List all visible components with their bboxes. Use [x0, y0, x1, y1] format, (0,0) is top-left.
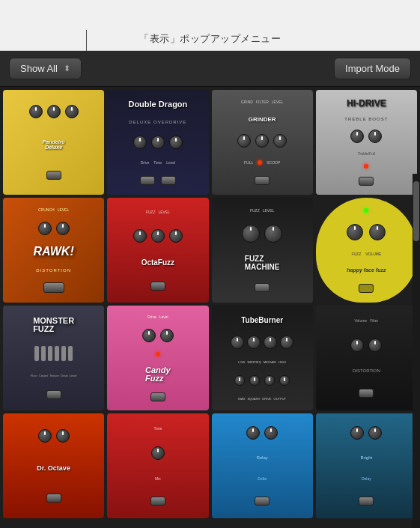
scrollbar[interactable]: [413, 174, 420, 528]
knob-bright2[interactable]: [368, 426, 382, 440]
pedal-octafuzz[interactable]: FUZZ LEVEL OctaFuzz: [107, 198, 208, 303]
knob-fuzz-m[interactable]: [242, 225, 260, 243]
pedal-candy-fuzz[interactable]: Drive Level CandyFuzz: [107, 306, 208, 410]
knob-relay1[interactable]: [246, 426, 260, 440]
pedal-tube-burner[interactable]: TubeBurner LOW MIDFREQ MIDGAIN HIGH: [212, 306, 313, 410]
label-bias: BIAS: [238, 397, 245, 401]
slide-2[interactable]: [41, 346, 46, 361]
pedal-dr-octave[interactable]: Dr. Octave: [3, 413, 104, 518]
scrollbar-thumb[interactable]: [413, 181, 419, 241]
label-level: Level: [166, 160, 175, 165]
led-candy: [156, 352, 160, 356]
knob-crunch[interactable]: [38, 222, 52, 235]
knob-level-m[interactable]: [264, 225, 282, 243]
tooltip-line: [86, 30, 87, 51]
pedal-monster-title: MONSTERFUZZ: [33, 317, 74, 333]
pedal-octafuzz-title: OctaFuzz: [141, 258, 174, 267]
label-output: OUTPUT: [274, 397, 286, 401]
knob-tone-rb[interactable]: [151, 446, 165, 460]
footswitch-dr-octave[interactable]: [46, 494, 61, 503]
footswitch-candy[interactable]: [150, 392, 165, 401]
knob-output[interactable]: [279, 375, 290, 386]
knob-level-o[interactable]: [169, 229, 183, 243]
knob-volume-h[interactable]: [369, 224, 386, 240]
label-volume-h: VOLUME: [365, 252, 381, 256]
pedal-red-box[interactable]: Tone Mix: [107, 413, 208, 518]
knob-hi2[interactable]: [368, 130, 382, 143]
knob-level-g[interactable]: [273, 134, 287, 148]
slide-5[interactable]: [61, 346, 66, 361]
label-bright: Bright: [361, 455, 373, 460]
knob-drive-t[interactable]: [264, 375, 275, 386]
knob-drive[interactable]: [133, 136, 147, 149]
footswitch-happy[interactable]: [359, 284, 374, 293]
tooltip-text: 「表示」ポップアップメニュー: [139, 32, 281, 46]
footswitch-grinder[interactable]: [255, 176, 270, 185]
knob-level[interactable]: [169, 136, 183, 149]
tooltip-area: 「表示」ポップアップメニュー: [0, 0, 420, 51]
footswitch-bright[interactable]: [359, 497, 374, 506]
label-level-mg: Level: [70, 374, 77, 377]
slide-4[interactable]: [55, 346, 59, 361]
slide-1[interactable]: [34, 346, 39, 361]
footswitch-dd-2[interactable]: [161, 176, 176, 185]
footswitch-relay[interactable]: [255, 497, 270, 506]
knob-oct1[interactable]: [38, 429, 52, 443]
footswitch-vol-dist[interactable]: [359, 389, 374, 398]
knob-midfreq[interactable]: [247, 336, 261, 349]
pedal-double-dragon[interactable]: Double Dragon DELUXE OVERDRIVE Drive Ton…: [107, 90, 208, 195]
knob-volume-d[interactable]: [350, 339, 364, 352]
pedal-grinder[interactable]: GRIND FILTER LEVEL GRINDER FULL SCOOP: [212, 90, 313, 195]
knob-fuzz-h[interactable]: [347, 224, 363, 240]
knob-high[interactable]: [280, 336, 293, 349]
toolbar: Show All ⬍ Import Mode: [0, 51, 420, 87]
knob-fuzz-o[interactable]: [133, 229, 147, 243]
pedal-relay[interactable]: Relay Delta: [212, 413, 313, 518]
pedal-grinder-title: GRINDER: [249, 117, 276, 124]
knob-fat[interactable]: [29, 105, 43, 118]
pedal-happy-face-fuzz[interactable]: FUZZ VOLUME happy face fuzz: [316, 198, 417, 303]
import-mode-button[interactable]: Import Mode: [334, 58, 411, 79]
footswitch-dd-1[interactable]: [140, 176, 155, 185]
knob-tone-o[interactable]: [151, 229, 165, 243]
label-midfreq: MIDFREQ: [247, 360, 261, 364]
show-all-button[interactable]: Show All ⬍: [9, 58, 82, 79]
knob-grind[interactable]: [237, 134, 251, 148]
knob-midgain[interactable]: [264, 336, 277, 349]
knob-level-r[interactable]: [56, 222, 70, 235]
footswitch-monster[interactable]: [46, 390, 61, 399]
knob-mid[interactable]: [47, 105, 61, 118]
knob-drive-c[interactable]: [142, 329, 156, 342]
pedal-pandeiro-deluxe[interactable]: PandeiroDeluxe: [3, 90, 104, 195]
slide-3[interactable]: [48, 346, 52, 361]
footswitch-red-box[interactable]: [150, 497, 165, 506]
label-filter: FILTER: [256, 100, 269, 104]
pedal-grid: PandeiroDeluxe Double Dragon DELUXE OVER…: [0, 87, 420, 528]
footswitch-pandeiro[interactable]: [46, 171, 61, 180]
knob-bias[interactable]: [234, 375, 245, 386]
footswitch-hi-drive[interactable]: [359, 177, 374, 186]
knob-filter-d[interactable]: [368, 339, 382, 352]
pedal-volume-distortion[interactable]: Volume Filter DISTORTION: [316, 306, 417, 410]
footswitch-octafuzz[interactable]: [150, 282, 165, 291]
footswitch-rawk[interactable]: [43, 282, 64, 293]
footswitch-fuzz-machine[interactable]: [255, 283, 270, 292]
knob-tone[interactable]: [151, 136, 165, 149]
pedal-bright-delay[interactable]: Bright Delay: [316, 413, 417, 518]
knob-vol[interactable]: [65, 105, 79, 118]
knob-squash[interactable]: [249, 375, 260, 386]
pedal-rawk[interactable]: CRUNCH LEVEL RAWK! DISTORTION: [3, 198, 104, 303]
pedal-fuzz-machine[interactable]: FUZZ LEVEL FUZZMACHINE: [212, 198, 313, 303]
knob-level-c[interactable]: [160, 329, 174, 342]
knob-relay2[interactable]: [264, 426, 278, 440]
knob-low[interactable]: [231, 336, 244, 349]
pedal-monster-fuzz[interactable]: MONSTERFUZZ Floor Carpet Texture Grain L…: [3, 306, 104, 410]
knob-hi1[interactable]: [350, 130, 364, 143]
slide-6[interactable]: [68, 346, 73, 361]
knob-filter[interactable]: [255, 134, 269, 148]
pedal-hi-drive[interactable]: HI-DRIVE TREBLE BOOST Treble/Full: [316, 90, 417, 195]
label-volume-d: Volume: [354, 318, 367, 323]
knob-bright1[interactable]: [350, 426, 364, 440]
knob-oct2[interactable]: [56, 429, 70, 443]
pedal-hi-drive-subtitle: TREBLE BOOST: [344, 117, 388, 121]
